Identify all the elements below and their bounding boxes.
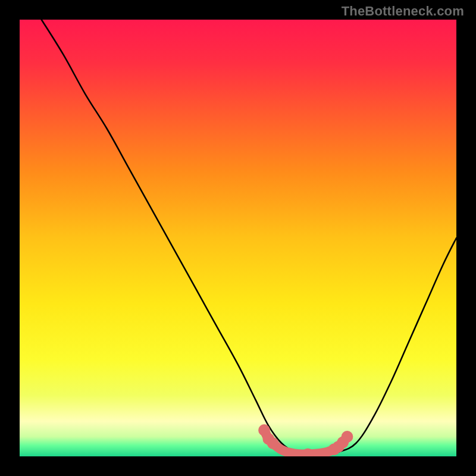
svg-point-3 — [267, 437, 279, 449]
chart-frame: TheBottleneck.com — [0, 0, 476, 476]
watermark-text: TheBottleneck.com — [342, 4, 464, 19]
near-zero-dots — [258, 424, 353, 456]
bottleneck-curve — [42, 20, 456, 455]
svg-point-8 — [342, 431, 353, 443]
curve-layer — [20, 20, 456, 456]
plot-area — [20, 20, 456, 456]
